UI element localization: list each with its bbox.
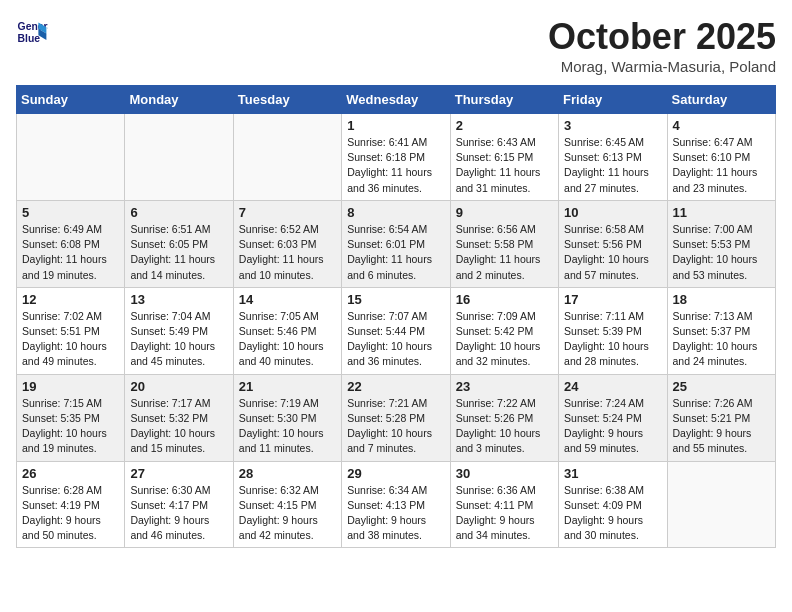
calendar-cell: 6Sunrise: 6:51 AMSunset: 6:05 PMDaylight… (125, 200, 233, 287)
day-number: 31 (564, 466, 661, 481)
day-info: Sunrise: 7:07 AMSunset: 5:44 PMDaylight:… (347, 309, 444, 370)
logo: General Blue (16, 16, 48, 48)
calendar-cell: 9Sunrise: 6:56 AMSunset: 5:58 PMDaylight… (450, 200, 558, 287)
day-info: Sunrise: 6:43 AMSunset: 6:15 PMDaylight:… (456, 135, 553, 196)
calendar-cell: 30Sunrise: 6:36 AMSunset: 4:11 PMDayligh… (450, 461, 558, 548)
calendar-cell: 2Sunrise: 6:43 AMSunset: 6:15 PMDaylight… (450, 114, 558, 201)
calendar-cell: 17Sunrise: 7:11 AMSunset: 5:39 PMDayligh… (559, 287, 667, 374)
calendar-cell: 15Sunrise: 7:07 AMSunset: 5:44 PMDayligh… (342, 287, 450, 374)
calendar-cell: 4Sunrise: 6:47 AMSunset: 6:10 PMDaylight… (667, 114, 775, 201)
day-info: Sunrise: 6:41 AMSunset: 6:18 PMDaylight:… (347, 135, 444, 196)
calendar-cell: 3Sunrise: 6:45 AMSunset: 6:13 PMDaylight… (559, 114, 667, 201)
weekday-header-friday: Friday (559, 86, 667, 114)
calendar-cell: 25Sunrise: 7:26 AMSunset: 5:21 PMDayligh… (667, 374, 775, 461)
calendar-cell (17, 114, 125, 201)
day-info: Sunrise: 7:13 AMSunset: 5:37 PMDaylight:… (673, 309, 770, 370)
day-info: Sunrise: 6:56 AMSunset: 5:58 PMDaylight:… (456, 222, 553, 283)
calendar-cell: 1Sunrise: 6:41 AMSunset: 6:18 PMDaylight… (342, 114, 450, 201)
day-info: Sunrise: 6:45 AMSunset: 6:13 PMDaylight:… (564, 135, 661, 196)
calendar-cell: 12Sunrise: 7:02 AMSunset: 5:51 PMDayligh… (17, 287, 125, 374)
day-number: 21 (239, 379, 336, 394)
day-number: 29 (347, 466, 444, 481)
weekday-header-saturday: Saturday (667, 86, 775, 114)
day-info: Sunrise: 7:05 AMSunset: 5:46 PMDaylight:… (239, 309, 336, 370)
day-number: 25 (673, 379, 770, 394)
calendar-cell: 11Sunrise: 7:00 AMSunset: 5:53 PMDayligh… (667, 200, 775, 287)
calendar-week-row: 12Sunrise: 7:02 AMSunset: 5:51 PMDayligh… (17, 287, 776, 374)
calendar-cell: 24Sunrise: 7:24 AMSunset: 5:24 PMDayligh… (559, 374, 667, 461)
calendar-cell: 18Sunrise: 7:13 AMSunset: 5:37 PMDayligh… (667, 287, 775, 374)
day-number: 28 (239, 466, 336, 481)
day-number: 10 (564, 205, 661, 220)
day-number: 15 (347, 292, 444, 307)
calendar-cell: 29Sunrise: 6:34 AMSunset: 4:13 PMDayligh… (342, 461, 450, 548)
day-info: Sunrise: 7:00 AMSunset: 5:53 PMDaylight:… (673, 222, 770, 283)
day-number: 16 (456, 292, 553, 307)
day-info: Sunrise: 6:36 AMSunset: 4:11 PMDaylight:… (456, 483, 553, 544)
location: Morag, Warmia-Masuria, Poland (548, 58, 776, 75)
calendar-cell: 19Sunrise: 7:15 AMSunset: 5:35 PMDayligh… (17, 374, 125, 461)
day-info: Sunrise: 6:30 AMSunset: 4:17 PMDaylight:… (130, 483, 227, 544)
day-info: Sunrise: 6:32 AMSunset: 4:15 PMDaylight:… (239, 483, 336, 544)
day-number: 11 (673, 205, 770, 220)
calendar-cell (667, 461, 775, 548)
weekday-header-tuesday: Tuesday (233, 86, 341, 114)
calendar-cell: 21Sunrise: 7:19 AMSunset: 5:30 PMDayligh… (233, 374, 341, 461)
day-number: 24 (564, 379, 661, 394)
calendar-cell: 13Sunrise: 7:04 AMSunset: 5:49 PMDayligh… (125, 287, 233, 374)
day-number: 27 (130, 466, 227, 481)
day-number: 4 (673, 118, 770, 133)
calendar-cell: 8Sunrise: 6:54 AMSunset: 6:01 PMDaylight… (342, 200, 450, 287)
page-header: General Blue October 2025 Morag, Warmia-… (16, 16, 776, 75)
calendar-cell: 14Sunrise: 7:05 AMSunset: 5:46 PMDayligh… (233, 287, 341, 374)
calendar-cell: 23Sunrise: 7:22 AMSunset: 5:26 PMDayligh… (450, 374, 558, 461)
day-number: 3 (564, 118, 661, 133)
weekday-header-monday: Monday (125, 86, 233, 114)
svg-text:Blue: Blue (18, 33, 41, 44)
calendar-cell: 28Sunrise: 6:32 AMSunset: 4:15 PMDayligh… (233, 461, 341, 548)
day-info: Sunrise: 6:47 AMSunset: 6:10 PMDaylight:… (673, 135, 770, 196)
calendar-cell: 20Sunrise: 7:17 AMSunset: 5:32 PMDayligh… (125, 374, 233, 461)
day-info: Sunrise: 6:58 AMSunset: 5:56 PMDaylight:… (564, 222, 661, 283)
day-info: Sunrise: 6:34 AMSunset: 4:13 PMDaylight:… (347, 483, 444, 544)
day-info: Sunrise: 7:09 AMSunset: 5:42 PMDaylight:… (456, 309, 553, 370)
day-number: 22 (347, 379, 444, 394)
weekday-header-sunday: Sunday (17, 86, 125, 114)
day-info: Sunrise: 7:19 AMSunset: 5:30 PMDaylight:… (239, 396, 336, 457)
calendar-cell (125, 114, 233, 201)
day-info: Sunrise: 6:38 AMSunset: 4:09 PMDaylight:… (564, 483, 661, 544)
calendar-cell: 31Sunrise: 6:38 AMSunset: 4:09 PMDayligh… (559, 461, 667, 548)
day-info: Sunrise: 7:15 AMSunset: 5:35 PMDaylight:… (22, 396, 119, 457)
day-info: Sunrise: 7:02 AMSunset: 5:51 PMDaylight:… (22, 309, 119, 370)
day-number: 2 (456, 118, 553, 133)
day-number: 9 (456, 205, 553, 220)
day-number: 19 (22, 379, 119, 394)
day-info: Sunrise: 7:11 AMSunset: 5:39 PMDaylight:… (564, 309, 661, 370)
day-info: Sunrise: 6:49 AMSunset: 6:08 PMDaylight:… (22, 222, 119, 283)
day-number: 13 (130, 292, 227, 307)
day-info: Sunrise: 7:22 AMSunset: 5:26 PMDaylight:… (456, 396, 553, 457)
calendar-week-row: 19Sunrise: 7:15 AMSunset: 5:35 PMDayligh… (17, 374, 776, 461)
calendar-cell: 10Sunrise: 6:58 AMSunset: 5:56 PMDayligh… (559, 200, 667, 287)
day-info: Sunrise: 6:52 AMSunset: 6:03 PMDaylight:… (239, 222, 336, 283)
day-number: 1 (347, 118, 444, 133)
day-info: Sunrise: 7:04 AMSunset: 5:49 PMDaylight:… (130, 309, 227, 370)
calendar-cell: 5Sunrise: 6:49 AMSunset: 6:08 PMDaylight… (17, 200, 125, 287)
day-info: Sunrise: 6:51 AMSunset: 6:05 PMDaylight:… (130, 222, 227, 283)
weekday-row: SundayMondayTuesdayWednesdayThursdayFrid… (17, 86, 776, 114)
day-number: 5 (22, 205, 119, 220)
day-number: 7 (239, 205, 336, 220)
day-info: Sunrise: 7:26 AMSunset: 5:21 PMDaylight:… (673, 396, 770, 457)
calendar-cell: 27Sunrise: 6:30 AMSunset: 4:17 PMDayligh… (125, 461, 233, 548)
day-number: 14 (239, 292, 336, 307)
calendar-week-row: 1Sunrise: 6:41 AMSunset: 6:18 PMDaylight… (17, 114, 776, 201)
logo-icon: General Blue (16, 16, 48, 48)
day-number: 26 (22, 466, 119, 481)
calendar-week-row: 5Sunrise: 6:49 AMSunset: 6:08 PMDaylight… (17, 200, 776, 287)
day-info: Sunrise: 7:17 AMSunset: 5:32 PMDaylight:… (130, 396, 227, 457)
day-info: Sunrise: 6:54 AMSunset: 6:01 PMDaylight:… (347, 222, 444, 283)
day-number: 6 (130, 205, 227, 220)
calendar-body: 1Sunrise: 6:41 AMSunset: 6:18 PMDaylight… (17, 114, 776, 548)
day-info: Sunrise: 7:24 AMSunset: 5:24 PMDaylight:… (564, 396, 661, 457)
calendar-week-row: 26Sunrise: 6:28 AMSunset: 4:19 PMDayligh… (17, 461, 776, 548)
